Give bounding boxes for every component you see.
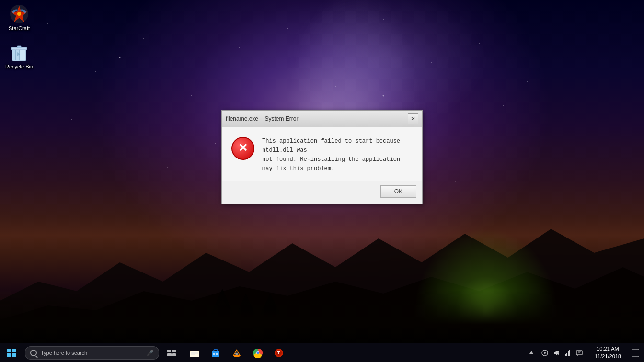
error-dialog: filename.exe – System Error ✕ ✕ This app… bbox=[221, 110, 423, 204]
starcraft-icon-image bbox=[10, 4, 29, 23]
ground bbox=[0, 290, 644, 348]
svg-rect-25 bbox=[167, 353, 172, 356]
taskbar-custom-app-button[interactable] bbox=[268, 343, 289, 362]
svg-rect-22 bbox=[12, 353, 16, 357]
message-icon bbox=[576, 350, 583, 356]
dialog-overlay: filename.exe – System Error ✕ ✕ This app… bbox=[0, 0, 644, 343]
tray-settings-icon[interactable] bbox=[540, 343, 550, 362]
svg-marker-9 bbox=[260, 294, 281, 315]
svg-rect-24 bbox=[172, 350, 176, 352]
svg-rect-50 bbox=[566, 353, 567, 356]
recycle-bin-label: Recycle Bin bbox=[4, 64, 34, 70]
dialog-title: filename.exe – System Error bbox=[226, 115, 408, 122]
svg-marker-45 bbox=[529, 351, 533, 354]
taskbar-chrome-button[interactable] bbox=[247, 343, 268, 362]
tray-notification-button[interactable] bbox=[627, 343, 644, 362]
svg-marker-5 bbox=[213, 298, 232, 313]
tent-glow bbox=[414, 228, 558, 348]
network-icon bbox=[564, 350, 571, 356]
windows-logo-icon bbox=[7, 349, 16, 357]
custom-app-icon bbox=[274, 348, 284, 358]
taskbar: Type here to search 🎤 bbox=[0, 343, 644, 362]
desktop: StarCraft Recycle Bin filename.exe – Sys… bbox=[0, 0, 644, 362]
error-x-mark: ✕ bbox=[238, 142, 248, 154]
search-icon bbox=[30, 350, 37, 356]
dialog-titlebar: filename.exe – System Error ✕ bbox=[222, 111, 422, 127]
error-circle: ✕ bbox=[231, 137, 254, 160]
dialog-message: This application failed to start because… bbox=[262, 137, 413, 174]
tray-clock[interactable]: 10:21 AM 11/21/2018 bbox=[589, 343, 627, 362]
svg-rect-51 bbox=[568, 351, 569, 356]
svg-point-47 bbox=[544, 352, 546, 354]
microphone-icon: 🎤 bbox=[147, 350, 154, 356]
svg-point-42 bbox=[257, 351, 259, 354]
dialog-close-button[interactable]: ✕ bbox=[408, 113, 418, 124]
svg-rect-6 bbox=[244, 310, 247, 332]
svg-rect-21 bbox=[7, 353, 11, 357]
task-view-button[interactable] bbox=[161, 343, 182, 362]
recycle-bin-icon[interactable]: Recycle Bin bbox=[2, 41, 36, 72]
tray-icons-area bbox=[535, 343, 589, 362]
mountain-silhouette bbox=[0, 215, 644, 349]
svg-rect-18 bbox=[17, 46, 21, 48]
system-tray: 10:21 AM 11/21/2018 bbox=[528, 343, 644, 362]
svg-rect-26 bbox=[172, 353, 176, 356]
vlc-icon bbox=[232, 348, 242, 358]
start-button[interactable] bbox=[0, 343, 23, 362]
volume-icon bbox=[553, 350, 560, 356]
dialog-ok-button[interactable]: OK bbox=[380, 185, 416, 198]
task-view-icon bbox=[167, 350, 176, 356]
taskbar-store-button[interactable] bbox=[205, 343, 226, 362]
search-placeholder-text: Type here to search bbox=[41, 350, 87, 356]
svg-marker-7 bbox=[236, 294, 255, 315]
chrome-icon bbox=[253, 348, 263, 358]
tray-time-display: 10:21 AM bbox=[597, 345, 619, 352]
svg-point-11 bbox=[17, 12, 21, 16]
horizon-glow bbox=[0, 291, 644, 349]
settings-icon bbox=[541, 350, 548, 356]
tray-network-icon[interactable] bbox=[563, 343, 573, 362]
taskbar-search-bar[interactable]: Type here to search 🎤 bbox=[25, 346, 159, 360]
svg-rect-56 bbox=[632, 349, 639, 357]
taskbar-vlc-button[interactable] bbox=[226, 343, 247, 362]
tray-action-center-icon[interactable] bbox=[575, 343, 584, 362]
svg-rect-23 bbox=[167, 350, 171, 352]
svg-rect-19 bbox=[7, 349, 11, 352]
svg-rect-34 bbox=[216, 353, 218, 355]
svg-point-38 bbox=[235, 353, 238, 355]
tray-speaker-icon[interactable] bbox=[552, 343, 561, 362]
store-icon bbox=[211, 348, 220, 358]
tray-date-display: 11/21/2018 bbox=[595, 353, 621, 360]
svg-marker-1 bbox=[0, 267, 644, 349]
svg-marker-4 bbox=[211, 289, 234, 315]
svg-rect-8 bbox=[268, 310, 272, 329]
recycle-bin-icon-image bbox=[10, 43, 29, 62]
svg-rect-3 bbox=[220, 308, 224, 332]
dialog-footer: OK bbox=[222, 181, 422, 204]
dialog-body: ✕ This application failed to start becau… bbox=[222, 127, 422, 181]
svg-marker-0 bbox=[0, 229, 644, 349]
notification-icon bbox=[632, 349, 639, 357]
taskbar-file-explorer-button[interactable] bbox=[184, 343, 205, 362]
error-icon: ✕ bbox=[231, 137, 254, 160]
file-explorer-icon bbox=[190, 349, 199, 357]
starcraft-icon[interactable]: StarCraft bbox=[2, 2, 36, 34]
svg-rect-37 bbox=[234, 355, 240, 357]
svg-rect-49 bbox=[565, 354, 566, 356]
tray-expand-button[interactable] bbox=[528, 343, 535, 362]
svg-rect-33 bbox=[213, 353, 215, 355]
svg-rect-52 bbox=[569, 350, 570, 356]
svg-marker-48 bbox=[554, 351, 557, 355]
chevron-up-icon bbox=[529, 350, 533, 356]
svg-rect-20 bbox=[12, 349, 16, 352]
starcraft-label: StarCraft bbox=[4, 25, 34, 32]
taskbar-pinned-icons bbox=[184, 343, 289, 362]
